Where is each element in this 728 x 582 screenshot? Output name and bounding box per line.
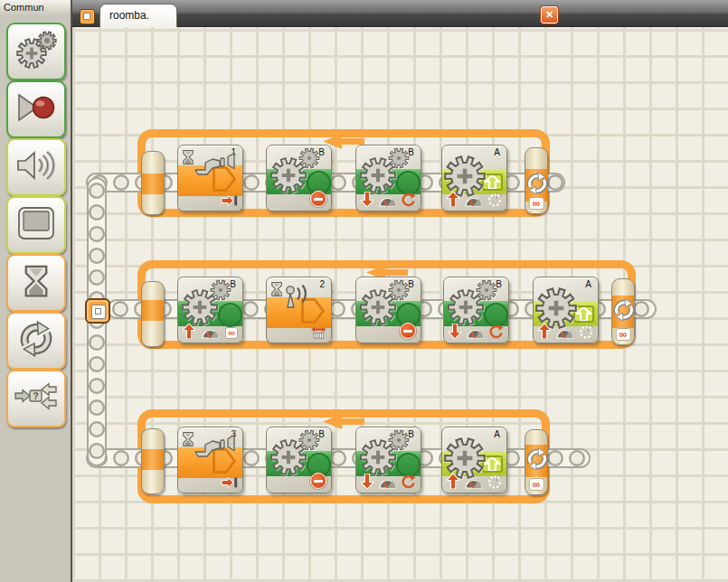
gauge-icon <box>465 478 482 489</box>
gears-icon <box>14 30 58 73</box>
block-settings-icons <box>271 324 326 339</box>
display-icon <box>17 206 55 244</box>
hourglass-icon <box>270 281 283 301</box>
block-wait-touch[interactable]: 3 <box>177 427 243 493</box>
rotate-dotted-icon <box>487 474 502 489</box>
block-settings-icons <box>361 474 416 489</box>
palette-display-button[interactable] <box>6 196 66 254</box>
loop-glyph-icon <box>612 298 634 325</box>
block-move-stop[interactable]: A B <box>266 427 332 493</box>
rotate-icon <box>402 192 416 207</box>
palette-wait-button[interactable] <box>6 254 66 312</box>
hourglass-icon <box>23 264 50 302</box>
loop-start-tab[interactable] <box>141 281 165 347</box>
port-label: A <box>494 429 501 439</box>
hourglass-icon <box>182 149 194 169</box>
loop-start-tab-band <box>142 174 164 194</box>
loop-end-tab[interactable]: ∞ <box>611 278 635 345</box>
loop-start-tab-band <box>142 449 164 470</box>
loop-count-badge: ∞ <box>529 478 544 491</box>
palette-loop-button[interactable] <box>6 312 66 370</box>
svg-text:?: ? <box>33 391 38 401</box>
block-settings-icons <box>447 474 502 489</box>
gauge-icon <box>465 196 482 207</box>
block-settings-icons <box>538 324 593 339</box>
arrow-up-icon <box>447 192 459 207</box>
block-settings-icons <box>361 192 416 207</box>
palette-sound-button[interactable] <box>6 138 66 196</box>
block-move-back[interactable]: A B <box>355 427 421 493</box>
arrow-down-icon <box>361 192 373 207</box>
rotate-dotted-icon <box>487 192 502 207</box>
touch-pressed-icon <box>221 476 238 489</box>
block-settings-icons <box>271 474 326 489</box>
port-label: A <box>494 147 501 157</box>
gauge-icon <box>379 478 396 489</box>
close-tab-button[interactable]: ✕ <box>541 6 558 23</box>
program-start-marker[interactable] <box>85 298 110 324</box>
stop-icon <box>310 191 326 207</box>
block-settings-icons: ∞ <box>183 324 238 339</box>
loop-start-tab[interactable] <box>141 428 165 494</box>
tab-roomba[interactable]: roomba. <box>99 4 177 27</box>
program-icon <box>80 9 95 24</box>
block-wait-sound[interactable]: 2 <box>266 277 332 343</box>
arrow-up-icon <box>447 474 459 489</box>
record-play-icon <box>15 91 57 127</box>
rotate-icon <box>402 474 416 489</box>
gauge-icon <box>467 328 484 339</box>
block-move-stop[interactable]: A B <box>355 277 421 343</box>
stop-icon <box>310 473 326 489</box>
block-motor-fwd[interactable]: A <box>441 145 507 211</box>
palette-move-button[interactable] <box>6 23 66 80</box>
stop-icon <box>400 323 416 339</box>
switch-icon: ? <box>14 379 58 418</box>
loop-count-badge: ∞ <box>529 197 544 210</box>
port-label: A <box>585 279 592 289</box>
block-move-back[interactable]: A B <box>355 145 421 211</box>
loop-glyph-icon <box>525 447 547 474</box>
program-start-marker-dot <box>95 308 101 314</box>
arrow-down-icon <box>449 324 461 339</box>
loop-start-tab-band <box>142 300 164 321</box>
loop-count-badge: ∞ <box>616 328 631 341</box>
block-settings-icons <box>271 192 326 207</box>
sound-sensor-icon <box>283 285 319 313</box>
block-move-back[interactable]: A B <box>443 277 509 343</box>
loop-arrows-icon <box>18 321 54 361</box>
block-settings-icons <box>361 324 416 339</box>
loop-glyph-icon <box>525 172 547 199</box>
speaker-icon <box>15 148 57 186</box>
loop-start-tab[interactable] <box>141 151 165 215</box>
block-motor-fwd[interactable]: A <box>533 277 599 343</box>
palette-switch-button[interactable]: ? <box>6 370 66 427</box>
rotate-dotted-icon <box>579 324 593 339</box>
block-settings-icons <box>183 192 238 207</box>
touch-sensor-icon <box>194 435 238 462</box>
sound-level-icon <box>311 326 326 339</box>
block-settings-icons <box>183 474 238 489</box>
gauge-icon <box>202 328 219 339</box>
touch-sensor-icon <box>194 153 238 180</box>
nxt-g-window: Commun ? roomba. ✕ ∞1A BA BA∞A B∞2A BA B… <box>0 0 728 582</box>
port-label: 2 <box>319 279 326 289</box>
loop-end-tab[interactable]: ∞ <box>525 147 548 214</box>
palette-sidebar: Commun ? <box>0 0 72 582</box>
block-move-fwd-inf[interactable]: A B∞ <box>177 277 243 343</box>
gauge-icon <box>379 196 396 207</box>
palette-title: Commun <box>0 0 71 15</box>
loop-end-tab[interactable]: ∞ <box>525 429 548 495</box>
gauge-icon <box>556 328 573 339</box>
touch-pressed-icon <box>221 194 238 207</box>
arrow-up-icon <box>183 324 195 339</box>
block-settings-icons <box>447 192 502 207</box>
tab-bar: roomba. ✕ <box>72 0 728 27</box>
block-move-stop[interactable]: A B <box>266 145 332 211</box>
arrow-down-icon <box>361 474 373 489</box>
infinity-icon: ∞ <box>225 327 238 339</box>
block-motor-fwd[interactable]: A <box>441 427 507 493</box>
palette-record-play-button[interactable] <box>6 80 66 138</box>
program-start-marker-inner <box>91 305 106 319</box>
block-wait-touch[interactable]: 1 <box>177 145 243 211</box>
arrow-up-icon <box>538 324 551 339</box>
